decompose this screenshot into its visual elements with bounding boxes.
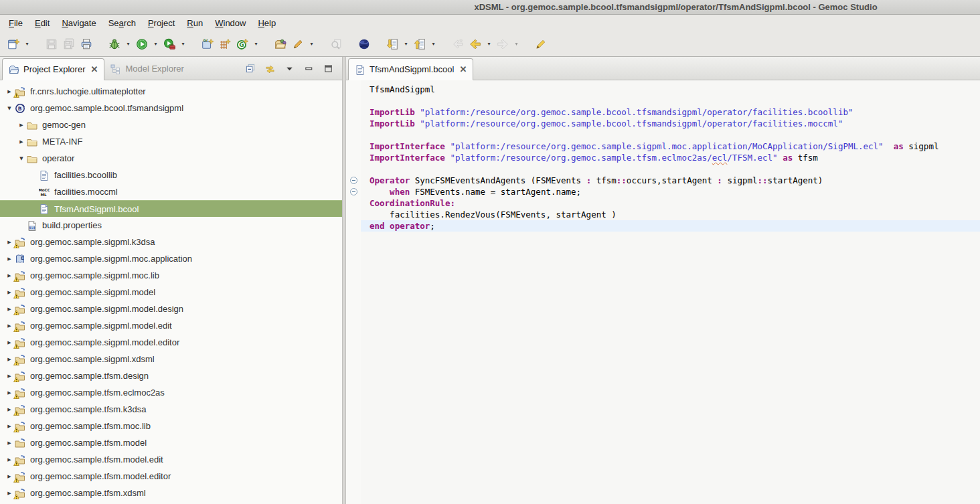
link-with-editor-button[interactable] (264, 62, 276, 74)
tree-item-org.gemoc.sample.sigpml.moc.application[interactable]: ▶Eorg.gemoc.sample.sigpml.moc.applicatio… (0, 250, 342, 267)
tree-item-org.gemoc.sample.tfsm.model[interactable]: ▶org.gemoc.sample.tfsm.model (0, 434, 342, 451)
menu-file[interactable]: File (3, 16, 29, 30)
close-icon[interactable]: ✕ (90, 66, 98, 74)
tab-model-explorer[interactable]: Model Explorer (104, 58, 189, 80)
open-web-browser-button[interactable] (355, 35, 373, 53)
project-icon (15, 337, 26, 348)
expand-arrow-icon[interactable]: ▶ (16, 139, 27, 145)
next-annotation-button[interactable] (384, 35, 401, 53)
toggle-annotation-marker-dropdown[interactable]: ▾ (307, 35, 317, 53)
tree-item-org.gemoc.sample.tfsm.model.edit[interactable]: ▶org.gemoc.sample.tfsm.model.edit (0, 451, 342, 468)
debug-button[interactable] (106, 35, 123, 53)
forward-dropdown: ▾ (511, 35, 521, 53)
tree-item-label: org.gemoc.sample.sigpml.model.design (30, 304, 183, 314)
tree-item-gemoc-gen[interactable]: ▶gemoc-gen (0, 116, 342, 133)
tree-item-org.gemoc.sample.sigpml.xdsml[interactable]: ▶org.gemoc.sample.sigpml.xdsml (0, 351, 342, 367)
tree-item-facilities.moccml[interactable]: MoCCMLfacilities.moccml (0, 183, 342, 200)
menu-window[interactable]: Window (209, 16, 252, 30)
run-external-tools-button[interactable] (161, 35, 178, 53)
expand-arrow-icon[interactable]: ▶ (4, 256, 15, 262)
tree-item-org.gemoc.sample.sigpml.model.editor[interactable]: ▶org.gemoc.sample.sigpml.model.editor (0, 334, 342, 351)
new-gemoc-language-project-button[interactable]: Gr (199, 35, 216, 53)
fold-collapse-icon[interactable] (350, 188, 357, 195)
svg-text:ML: ML (40, 192, 47, 196)
new-ecore-diagram-button[interactable] (216, 35, 234, 53)
tree-item-label: facilities.bcoollib (54, 170, 117, 180)
tree-item-org.gemoc.sample.tfsm.design[interactable]: ▶org.gemoc.sample.tfsm.design (0, 367, 342, 384)
run-external-tools-dropdown[interactable]: ▾ (178, 35, 188, 53)
code-editor[interactable]: TfsmAndSigpmlImportLib "platform:/resour… (361, 80, 980, 504)
tree-item-build.properties[interactable]: 010build.properties (0, 217, 342, 234)
next-annotation-dropdown[interactable]: ▾ (401, 35, 411, 53)
tree-item-org.gemoc.sample.sigpml.k3dsa[interactable]: ▶org.gemoc.sample.sigpml.k3dsa (0, 234, 342, 250)
previous-annotation-button[interactable] (411, 35, 428, 53)
window-title: xDSML - org.gemoc.sample.bcool.tfsmandsi… (0, 0, 980, 15)
collapse-all-button[interactable] (244, 62, 256, 74)
tree-item-org.gemoc.sample.sigpml.model.edit[interactable]: ▶org.gemoc.sample.sigpml.model.edit (0, 317, 342, 334)
folder-icon (27, 153, 38, 164)
tree-item-fr.cnrs.luchogie.ultimateplotter[interactable]: ▶fr.cnrs.luchogie.ultimateplotter (0, 83, 342, 100)
toolbar-gap (345, 44, 355, 44)
tree-item-org.gemoc.sample.tfsm.model.editor[interactable]: ▶org.gemoc.sample.tfsm.model.editor (0, 468, 342, 485)
tab-project-explorer[interactable]: Project Explorer ✕ (2, 58, 104, 80)
tree-item-operator[interactable]: ▼operator (0, 150, 342, 167)
tree-item-org.gemoc.sample.sigpml.model[interactable]: ▶org.gemoc.sample.sigpml.model (0, 284, 342, 301)
tree-item-label: META-INF (42, 137, 82, 147)
load-model-button[interactable] (272, 35, 289, 53)
gold-pen-icon (535, 38, 547, 50)
project-icon (15, 488, 26, 499)
run-dropdown[interactable]: ▾ (151, 35, 161, 53)
toolbar-gap (521, 44, 532, 44)
back-button[interactable] (467, 35, 484, 53)
tree-item-facilities.bcoollib[interactable]: facilities.bcoollib (0, 167, 342, 183)
toolbar-gap (261, 44, 272, 44)
tree-item-org.gemoc.sample.bcool.tfsmandsigpml[interactable]: ▼Borg.gemoc.sample.bcool.tfsmandsigpml (0, 100, 342, 116)
maximize-button[interactable] (322, 62, 334, 74)
menu-navigate[interactable]: Navigate (56, 16, 102, 30)
previous-annotation-dropdown[interactable]: ▾ (428, 35, 438, 53)
tree-item-org.gemoc.sample.tfsm.k3dsa[interactable]: ▶org.gemoc.sample.tfsm.k3dsa (0, 401, 342, 418)
tree-item-TfsmAndSigpml.bcool[interactable]: TfsmAndSigpml.bcool (0, 200, 342, 217)
menu-search[interactable]: Search (102, 16, 142, 30)
svg-text:B: B (18, 106, 22, 112)
view-menu-button[interactable] (283, 62, 295, 74)
toggle-annotation-marker-button[interactable] (289, 35, 307, 53)
menu-help[interactable]: Help (252, 16, 282, 30)
menu-run[interactable]: Run (181, 16, 209, 30)
minimize-button[interactable] (303, 62, 315, 74)
tree-item-org.gemoc.sample.tfsm.moc.lib[interactable]: ▶org.gemoc.sample.tfsm.moc.lib (0, 418, 342, 434)
menu-edit[interactable]: Edit (29, 16, 56, 30)
collapse-arrow-icon[interactable]: ▼ (4, 106, 15, 111)
tab-editor-tfsmandsigpml[interactable]: TfsmAndSigpml.bcool ✕ (348, 58, 473, 80)
svg-text:MoCC: MoCC (39, 188, 50, 192)
new-wizard-button[interactable] (5, 35, 22, 53)
tree-item-org.gemoc.sample.tfsm.xdsml[interactable]: ▶org.gemoc.sample.tfsm.xdsml (0, 485, 342, 501)
globe-icon (358, 38, 370, 50)
back-dropdown[interactable]: ▾ (484, 35, 494, 53)
editor-body: TfsmAndSigpmlImportLib "platform:/resour… (346, 80, 980, 504)
tree-item-org.gemoc.sample.sigpml.model.design[interactable]: ▶org.gemoc.sample.sigpml.model.design (0, 301, 342, 317)
project-icon (15, 304, 26, 315)
print-button[interactable] (78, 35, 95, 53)
expand-arrow-icon[interactable]: ▶ (4, 440, 15, 446)
close-icon[interactable]: ✕ (459, 66, 467, 74)
new-wizard-dropdown[interactable]: ▾ (22, 35, 32, 53)
tree-item-org.gemoc.sample.sigpml.moc.lib[interactable]: ▶org.gemoc.sample.sigpml.moc.lib (0, 267, 342, 284)
menu-project[interactable]: Project (142, 16, 181, 30)
mark-location-button[interactable] (532, 35, 550, 53)
back-icon (469, 38, 481, 50)
tree-item-org.gemoc.sample.tfsm.eclmoc2as[interactable]: ▶org.gemoc.sample.tfsm.eclmoc2as (0, 384, 342, 401)
tree-item-label: org.gemoc.sample.sigpml.moc.application (30, 254, 192, 264)
fold-collapse-icon[interactable] (350, 177, 357, 184)
ruler-line (346, 186, 361, 197)
code-line (361, 163, 980, 175)
expand-arrow-icon[interactable]: ▶ (16, 122, 27, 128)
warning-overlay-icon (13, 310, 19, 315)
new-gemoc-component-dropdown[interactable]: ▾ (251, 35, 261, 53)
collapse-arrow-icon[interactable]: ▼ (16, 156, 27, 161)
new-gemoc-component-button[interactable]: G (234, 35, 251, 53)
debug-dropdown[interactable]: ▾ (123, 35, 133, 53)
tree-item-META-INF[interactable]: ▶META-INF (0, 133, 342, 150)
folder-icon (27, 137, 38, 147)
run-button[interactable] (133, 35, 151, 53)
